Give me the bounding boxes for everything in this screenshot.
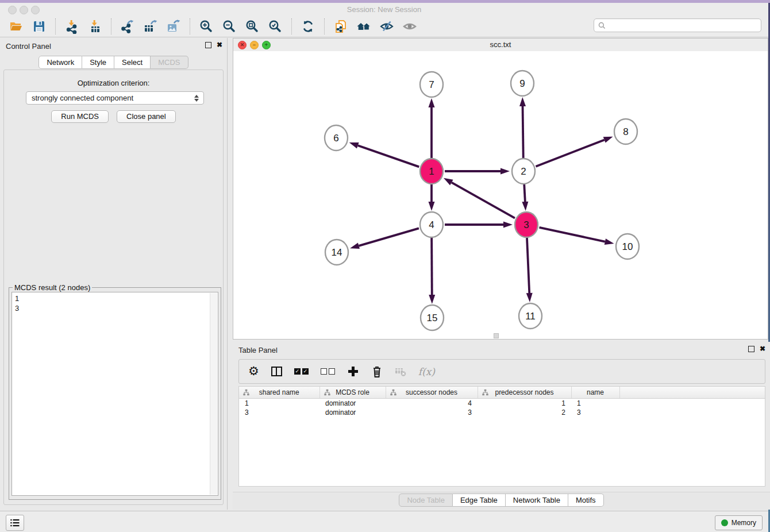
edge-2-8[interactable] (536, 140, 604, 166)
function-builder-icon: f(x) (418, 366, 435, 377)
edge-arrow-4-15 (429, 295, 435, 304)
criterion-select[interactable]: strongly connected component (26, 91, 204, 105)
column-header-mcds-role[interactable]: MCDS role (319, 387, 386, 399)
main-toolbar (0, 16, 768, 37)
column-header-predecessor-nodes[interactable]: predecessor nodes (478, 387, 571, 399)
close-panel-button[interactable]: Close panel (117, 110, 176, 123)
zoom-in-icon[interactable] (198, 18, 215, 35)
network-graph[interactable]: 1234678910111415 (233, 51, 768, 340)
cell-predecessor-nodes[interactable]: 2 (478, 408, 571, 417)
edge-3-1[interactable] (452, 183, 515, 218)
cell-successor-nodes[interactable]: 3 (386, 408, 478, 417)
toolbar-separator (111, 18, 111, 34)
column-header-name[interactable]: name (571, 387, 619, 399)
search-input[interactable] (608, 20, 761, 31)
edge-arrow-3-1 (444, 178, 453, 186)
memory-label: Memory (732, 519, 756, 527)
add-row-icon[interactable] (347, 365, 359, 377)
show-all-networks-icon[interactable] (355, 18, 372, 35)
cell-predecessor-nodes[interactable]: 1 (478, 399, 571, 408)
close-table-panel-icon[interactable]: ✖ (760, 345, 765, 352)
close-panel-icon[interactable]: ✖ (217, 41, 222, 48)
zoom-selected-icon[interactable] (267, 18, 284, 35)
node-label-15: 15 (427, 313, 438, 323)
control-tab-mcds[interactable]: MCDS (151, 56, 188, 69)
edge-2-9[interactable] (523, 106, 523, 158)
edge-arrow-1-4 (429, 202, 435, 211)
float-table-panel-icon[interactable] (748, 346, 754, 352)
export-image-icon[interactable] (165, 18, 182, 35)
edge-arrow-1-7 (429, 98, 435, 107)
float-panel-icon[interactable] (205, 42, 211, 48)
control-tab-style[interactable]: Style (82, 56, 114, 69)
table-row[interactable]: 3dominator323 (239, 408, 765, 417)
hide-selected-icon[interactable] (378, 18, 395, 35)
control-tab-select[interactable]: Select (114, 56, 151, 69)
column-header-successor-nodes[interactable]: successor nodes (386, 387, 478, 399)
mcds-result-group: MCDS result (2 nodes) 1 3 (9, 283, 221, 500)
optimization-criterion-label: Optimization criterion: (4, 79, 223, 87)
network-canvas[interactable]: 1234678910111415 (233, 51, 768, 339)
search-icon (598, 22, 606, 29)
zoom-out-icon[interactable] (221, 18, 238, 35)
network-titlebar: ✕ − + scc.txt (233, 38, 768, 52)
edge-2-3[interactable] (524, 184, 525, 202)
zoom-fit-icon[interactable] (244, 18, 261, 35)
table-tab-motifs[interactable]: Motifs (568, 494, 604, 507)
search-box[interactable] (594, 18, 761, 32)
import-table-icon[interactable] (86, 18, 103, 35)
edge-4-14[interactable] (359, 228, 419, 245)
cell-shared-name[interactable]: 3 (239, 408, 319, 417)
edge-arrow-4-3 (503, 222, 513, 228)
edge-arrow-2-9 (519, 97, 526, 106)
table-panel: Table Panel ✖ ⚙ ✓✓ f(x) shared nameMCDS … (233, 342, 770, 510)
cell-shared-name[interactable]: 1 (239, 399, 319, 408)
cell-name[interactable]: 3 (571, 408, 619, 417)
column-header-shared-name[interactable]: shared name (239, 387, 319, 399)
table-settings-icon[interactable]: ⚙ (248, 365, 259, 377)
table-row[interactable]: 1dominator411 (239, 399, 765, 408)
result-scrollbar[interactable] (210, 293, 217, 495)
cell-name[interactable]: 1 (571, 399, 619, 408)
export-table-icon[interactable] (142, 18, 159, 35)
select-all-columns-icon[interactable]: ✓✓ (294, 368, 309, 375)
copy-network-icon[interactable] (332, 18, 349, 35)
show-selected-icon[interactable] (401, 18, 418, 35)
canvas-resize-handle[interactable] (494, 333, 499, 338)
open-session-icon[interactable] (7, 18, 25, 35)
delete-row-icon[interactable] (371, 365, 383, 378)
toolbar-separator (324, 18, 325, 34)
edge-arrow-2-3 (522, 202, 528, 211)
cell-mcds-role[interactable]: dominator (319, 399, 386, 408)
memory-button[interactable]: Memory (715, 515, 763, 530)
edge-4-15[interactable] (432, 238, 432, 295)
show-columns-icon[interactable] (271, 367, 282, 376)
control-panel: Control Panel ✖ NetworkStyleSelectMCDS O… (0, 38, 228, 510)
control-panel-title: Control Panel (6, 42, 51, 51)
node-label-9: 9 (519, 78, 525, 89)
save-session-icon[interactable] (30, 18, 48, 35)
task-history-button[interactable] (6, 515, 24, 531)
cell-successor-nodes[interactable]: 4 (386, 399, 478, 408)
table-tab-node-table[interactable]: Node Table (399, 494, 453, 507)
edge-3-10[interactable] (539, 228, 605, 242)
list-icon (10, 518, 20, 527)
export-network-icon[interactable] (119, 18, 136, 35)
edge-1-6[interactable] (358, 145, 419, 167)
edge-arrow-3-11 (526, 293, 533, 302)
table-tab-edge-table[interactable]: Edge Table (453, 494, 506, 507)
edge-arrow-4-14 (350, 243, 360, 249)
edge-3-11[interactable] (527, 238, 529, 293)
run-mcds-button[interactable]: Run MCDS (51, 110, 109, 123)
cell-mcds-role[interactable]: dominator (319, 408, 386, 417)
deselect-all-columns-icon[interactable] (321, 368, 335, 375)
import-network-icon[interactable] (63, 18, 80, 35)
refresh-view-icon[interactable] (299, 18, 317, 35)
control-tab-network[interactable]: Network (38, 56, 82, 69)
node-table: shared nameMCDS rolesuccessor nodesprede… (238, 386, 765, 487)
node-label-8: 8 (623, 126, 628, 137)
mcds-panel: Optimization criterion: strongly connect… (3, 70, 224, 505)
mcds-result-title: MCDS result (2 nodes) (13, 283, 92, 292)
table-tab-network-table[interactable]: Network Table (506, 494, 568, 507)
mcds-result-text[interactable]: 1 3 (11, 292, 218, 496)
